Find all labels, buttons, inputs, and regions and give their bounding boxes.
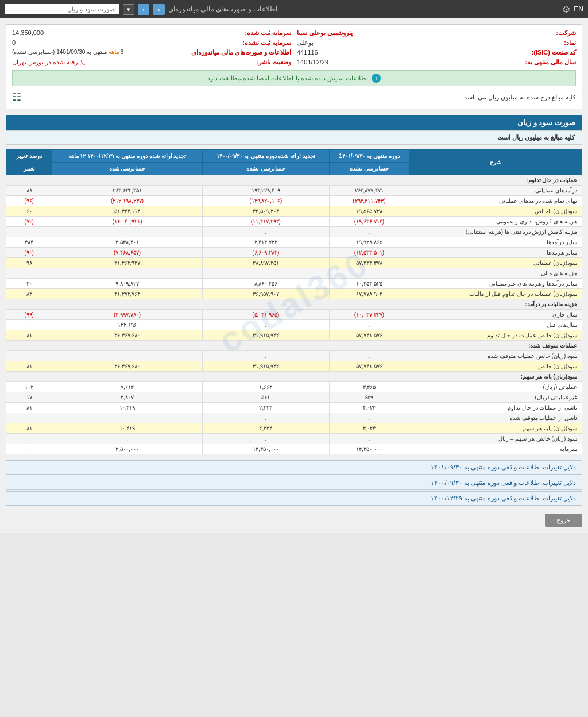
row-col1: ۳,۳۶۵ [329, 382, 409, 392]
table-row: هزینه کاهش ارزش دریافتنی ها (هزینه استثن… [6, 227, 582, 237]
row-col4: . [6, 444, 52, 454]
section-label: سود(زیان) پایه هر سهم: [6, 372, 582, 382]
row-col1: ۱۰,۴۵۴,۵۲۵ [329, 279, 409, 289]
company-info-card: شرکت: پتروشیمی بوعلی سینا نماد: بوعلی کد… [6, 24, 582, 109]
row-col4: ۴۸۴ [6, 237, 52, 248]
row-col4: ۸۱ [6, 403, 52, 413]
row-col2: ۱,۶۶۳ [202, 382, 329, 392]
language-label: EN [574, 5, 583, 13]
table-row: عملیاتی (ریال) ۳,۳۶۵ ۱,۶۶۳ ۷,۶۱۲ ۱۰۲ [6, 382, 582, 392]
settings-icon[interactable]: ⚙ [562, 4, 570, 15]
th-col3: تجدید ارائه شده دوره منتهی به ۱۴۰۰/۱۲/۲۹… [52, 150, 203, 163]
table-row: سایر هزینه‌ها (۱۲,۵۳۳,۵۰۱) (۶,۶۰۹,۲۸۲) (… [6, 248, 582, 258]
isin-label: کد صنعت (ISIC): [531, 49, 576, 56]
row-col2: (۶,۶۰۹,۲۸۲) [202, 248, 329, 258]
table-row: عملیات متوقف شده: [6, 341, 582, 351]
info-icon: i [372, 74, 381, 83]
row-col3: . [52, 413, 203, 423]
row-col4: ۱۰۲ [6, 382, 52, 392]
row-col3: ۲,۸۰۷ [52, 392, 203, 403]
table-row: سود(زیان) ناخالص ۶۹,۵۶۵,۷۲۸ ۴۳,۵۰۹,۳۰۳ ۵… [6, 206, 582, 217]
table-row: ناشی از عملیات در حال تداوم ۴,۰۲۴ ۲,۲۲۴ … [6, 403, 582, 413]
row-label: هزینه های مالی [409, 268, 582, 279]
th-col4: درصد تغییر [6, 150, 52, 163]
section-label: عملیات در حال تداوم: [6, 175, 582, 186]
table-row: غیرعملیاتی (ریال) ۶۵۹ ۵۶۱ ۲,۸۰۷ ۱۷ [6, 392, 582, 403]
period-row: اطلاعات و صورت‌های مالی میاندوره‌ای 6 ما… [12, 48, 291, 57]
row-col2: (۱۱,۴۱۷,۲۹۳) [202, 217, 329, 227]
table-row: سود(زیان) پایه هر سهم: [6, 372, 582, 382]
row-label: سود (زیان) خالص هر سهم – ریال [409, 434, 582, 444]
topbar-left: اطلاعات و صورت‌های مالی میاندوره‌ای ‹ › … [5, 4, 277, 15]
row-col3: ۵۱,۴۳۴,۱۱۴ [52, 206, 203, 217]
isin-row: کد صنعت (ISIC): 441116 [297, 48, 576, 57]
footer-link-1[interactable]: دلایل تغییرات اطلاعات واقعی دوره منتهی ب… [6, 460, 582, 475]
nav-prev-button[interactable]: ‹ [153, 4, 164, 15]
exit-button[interactable]: خروج [545, 514, 582, 527]
row-col3: . [52, 268, 203, 279]
report-table-container: codal360 شرح دوره منتهی به 1۴۰۱/۰۹/۳۰ تج… [6, 149, 582, 454]
th-col4-sub: تغییر [6, 163, 52, 175]
footer-link-2[interactable]: دلایل تغییرات اطلاعات واقعی دوره منتهی ب… [6, 476, 582, 490]
nav-next-button[interactable]: › [138, 4, 149, 15]
table-row: سود(زیان) خالص عملیات در حال تداوم ۵۷,۷۴… [6, 330, 582, 341]
th-col2: تجدید ارائه شده دوره منتهی به ۱۴۰۰/۰۹/۳۰ [202, 150, 329, 163]
company-label: شرکت: [556, 29, 576, 37]
row-col2: (۱۴۹,۸۲۰,۱۰۶) [202, 196, 329, 206]
row-label: هزینه کاهش ارزش دریافتنی ها (هزینه استثن… [409, 227, 582, 237]
row-col2: ۵۶۱ [202, 392, 329, 403]
row-col4: ۶۰ [6, 206, 52, 217]
period-value: 6 ماهه منتهی به 1401/09/30 (حسابرسی نشده… [12, 49, 123, 56]
report-table: شرح دوره منتهی به 1۴۰۱/۰۹/۳۰ تجدید ارائه… [6, 149, 582, 454]
row-col4: ۳۰ [6, 279, 52, 289]
table-row: درآمدهای عملیاتی ۲۶۳,۸۷۷,۴۷۱ ۱۹۳,۲۲۹,۴۰۹… [6, 186, 582, 196]
table-row: عملیات در حال تداوم: [6, 175, 582, 186]
report-title: صورت سود و زیان [517, 118, 575, 127]
row-col4: (۷۲) [6, 217, 52, 227]
table-row: هزینه مالیات بر درآمد: [6, 299, 582, 310]
nav-dropdown-button[interactable]: ▾ [123, 4, 134, 15]
row-col4: ۱۷ [6, 392, 52, 403]
row-col3: ۳,۵۳۸,۴۰۱ [52, 237, 203, 248]
row-col2: ۲۸,۸۹۷,۴۵۱ [202, 258, 329, 268]
table-row: هزینه های فروش، اداری و عمومی (۱۹,۶۳۶,۷۱… [6, 217, 582, 227]
row-col2: ۳۱,۹۱۵,۹۴۲ [202, 361, 329, 372]
registered-capital-row: سرمایه ثبت شده: 14,350,000 [12, 28, 291, 38]
row-col3: ۳۱,۴۶۲,۹۳۷ [52, 258, 203, 268]
note-row: کلیه مبالغ درج شده به میلیون ریال می باش… [12, 89, 576, 105]
th-col2-sub: حسابرسی نشده [202, 163, 329, 175]
row-col3: (۲۱۲,۱۹۸,۲۳۷) [52, 196, 203, 206]
row-col4: . [6, 320, 52, 330]
th-col3-sub: حسابرسی شده [52, 163, 203, 175]
row-col1: . [329, 268, 409, 279]
row-col3: ۴۱,۲۷۲,۷۶۴ [52, 289, 203, 299]
row-col3: (۴,۹۹۷,۷۸۰) [52, 310, 203, 320]
row-col3: . [52, 227, 203, 237]
company-row: شرکت: پتروشیمی بوعلی سینا [297, 28, 576, 38]
row-col1: ۴,۰۲۴ [329, 403, 409, 413]
symbol-value: بوعلی [297, 39, 314, 47]
row-col2: . [202, 351, 329, 361]
row-col4: (۹۹) [6, 310, 52, 320]
row-col1: (۱۰,۰۳۷,۳۲۷) [329, 310, 409, 320]
row-col2: ۲,۲۲۴ [202, 423, 329, 434]
report-subtitle: کلیه مبالغ به میلیون ریال است [497, 134, 575, 141]
section-label: عملیات متوقف شده: [6, 341, 582, 351]
status-label: وضعیت ناشر: [256, 59, 291, 66]
row-label: سود(زیان) خالص [409, 361, 582, 372]
row-col2: ۱۹۳,۲۲۹,۴۰۹ [202, 186, 329, 196]
main-content: شرکت: پتروشیمی بوعلی سینا نماد: بوعلی کد… [0, 18, 588, 533]
footer-link-3[interactable]: دلایل تغییرات اطلاعات واقعی دوره منتهی ب… [6, 491, 582, 506]
search-input[interactable] [5, 4, 119, 14]
row-col1: ۲۶۳,۸۷۷,۴۷۱ [329, 186, 409, 196]
symbol-row: نماد: بوعلی [297, 38, 576, 48]
match-notice-text: اطلاعات نمایش داده شده با اطلاعات امضا ش… [207, 75, 368, 82]
row-col1: ۵۷,۷۴۱,۵۷۶ [329, 361, 409, 372]
row-label: ناشی از عملیات در حال تداوم [409, 403, 582, 413]
row-col1: ۱۴,۳۵۰,۰۰۰ [329, 444, 409, 454]
symbol-label: نماد: [564, 39, 576, 47]
row-label: ناشی از عملیات متوقف شده [409, 413, 582, 423]
row-label: سود(زیان) پایه هر سهم [409, 423, 582, 434]
excel-icon[interactable]: ☷ [12, 91, 21, 103]
row-col1: ۵۷,۳۳۴,۳۷۸ [329, 258, 409, 268]
